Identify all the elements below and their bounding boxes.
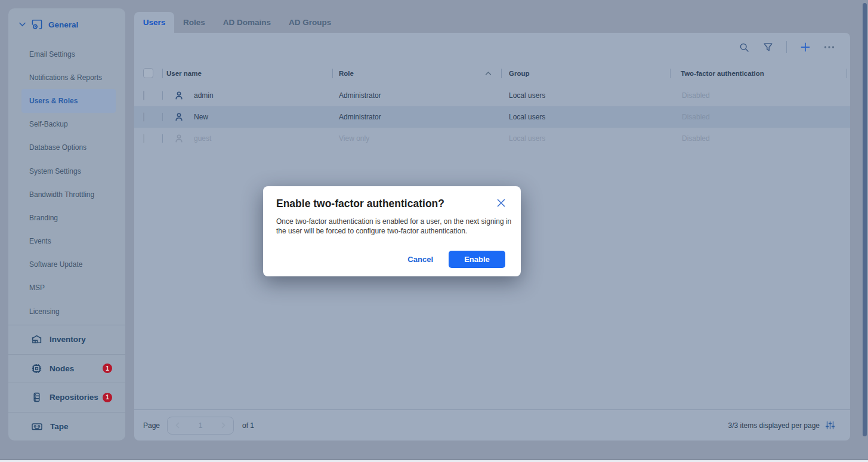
sidebar-item-self-backup[interactable]: Self-Backup (8, 113, 125, 136)
sidebar-item-msp[interactable]: MSP (8, 276, 125, 300)
sidebar-item-branding[interactable]: Branding (8, 206, 125, 229)
table-footer: Page 1 of 1 3/3 items displayed per page (134, 409, 850, 441)
sidebar-item-events[interactable]: Events (8, 230, 125, 253)
repositories-alert-badge: 1 (103, 393, 112, 402)
table-row-new[interactable]: New Administrator Local users Disabled (134, 106, 850, 128)
table-header: User name Role Group Two-factor authenti… (134, 61, 850, 85)
row-checkbox[interactable] (143, 112, 144, 122)
column-header-two-factor[interactable]: Two-factor authentication (670, 61, 850, 85)
prev-page-icon[interactable] (175, 422, 180, 429)
enable-two-factor-dialog: Enable two-factor authentication? Once t… (263, 186, 521, 276)
display-settings-icon[interactable] (826, 421, 835, 430)
sidebar-section-label: Repositories (50, 393, 98, 402)
vertical-scrollbar[interactable] (863, 3, 867, 436)
sidebar-sections: Inventory Nodes 1 Repositories (8, 325, 125, 441)
nodes-alert-badge: 1 (103, 364, 112, 373)
user-icon (174, 112, 184, 122)
sidebar-item-bandwidth-throttling[interactable]: Bandwidth Throttling (8, 183, 125, 206)
sidebar-nav: Email Settings Notifications & Reports U… (8, 41, 125, 325)
sidebar-section-nodes[interactable]: Nodes 1 (8, 354, 125, 383)
user-icon (174, 91, 184, 100)
users-toolbar (134, 33, 850, 61)
search-icon[interactable] (739, 42, 749, 53)
column-header-group[interactable]: Group (501, 61, 670, 85)
tab-users[interactable]: Users (134, 12, 174, 33)
sidebar-item-database-options[interactable]: Database Options (8, 136, 125, 159)
twofa-status: Disabled (670, 134, 850, 143)
sidebar-section-label: Inventory (50, 335, 86, 344)
tab-ad-groups[interactable]: AD Groups (280, 12, 340, 33)
twofa-status: Disabled (670, 113, 850, 121)
toolbar-divider (786, 41, 787, 53)
row-checkbox[interactable] (143, 134, 144, 143)
twofa-status: Disabled (670, 91, 850, 100)
sidebar-item-licensing[interactable]: Licensing (8, 300, 125, 323)
tape-icon (31, 421, 43, 432)
tab-roles[interactable]: Roles (174, 12, 214, 33)
dialog-message: Once two-factor authentication is enable… (276, 217, 514, 236)
sidebar-group-general[interactable]: General (8, 8, 125, 41)
tab-ad-domains[interactable]: AD Domains (214, 12, 280, 33)
sidebar-group-label: General (48, 20, 78, 29)
sidebar-item-users-roles[interactable]: Users & Roles (21, 89, 116, 112)
add-icon[interactable] (800, 42, 811, 53)
table-row-guest[interactable]: guest View only Local users Disabled (134, 128, 850, 149)
window-bottom-edge (0, 460, 868, 462)
more-icon[interactable] (824, 42, 835, 53)
settings-sidebar: General Email Settings Notifications & R… (8, 8, 125, 441)
sidebar-section-tape[interactable]: Tape (8, 412, 125, 441)
page-label: Page (143, 421, 160, 430)
table-row-admin[interactable]: admin Administrator Local users Disabled (134, 85, 850, 106)
sidebar-section-repositories[interactable]: Repositories 1 (8, 383, 125, 412)
column-header-role[interactable]: Role (332, 61, 501, 85)
page-stepper: 1 (167, 417, 234, 435)
users-roles-tabbar: Users Roles AD Domains AD Groups (134, 12, 340, 33)
next-page-icon[interactable] (221, 422, 226, 429)
close-icon[interactable] (497, 199, 505, 207)
sidebar-item-software-update[interactable]: Software Update (8, 253, 125, 276)
select-all-checkbox[interactable] (143, 68, 153, 78)
current-page[interactable]: 1 (199, 421, 203, 430)
chevron-down-icon (19, 22, 26, 27)
column-header-user-name[interactable]: User name (162, 61, 332, 85)
sidebar-section-label: Tape (50, 422, 69, 431)
general-settings-icon (31, 19, 43, 30)
row-checkbox[interactable] (143, 91, 144, 100)
nodes-icon (31, 363, 42, 374)
items-per-page-summary: 3/3 items displayed per page (728, 421, 820, 430)
page-count-label: of 1 (242, 421, 254, 430)
filter-icon[interactable] (762, 42, 773, 53)
user-icon (174, 134, 184, 143)
repositories-icon (31, 392, 42, 403)
sort-asc-icon (485, 71, 492, 75)
dialog-title: Enable two-factor authentication? (276, 198, 444, 210)
sidebar-item-notifications-reports[interactable]: Notifications & Reports (8, 66, 125, 89)
cancel-button[interactable]: Cancel (407, 255, 433, 264)
sidebar-section-label: Nodes (50, 364, 74, 373)
inventory-icon (31, 334, 42, 345)
enable-button[interactable]: Enable (449, 251, 505, 268)
sidebar-item-system-settings[interactable]: System Settings (8, 159, 125, 183)
sidebar-item-email-settings[interactable]: Email Settings (8, 42, 125, 66)
sidebar-section-inventory[interactable]: Inventory (8, 325, 125, 354)
